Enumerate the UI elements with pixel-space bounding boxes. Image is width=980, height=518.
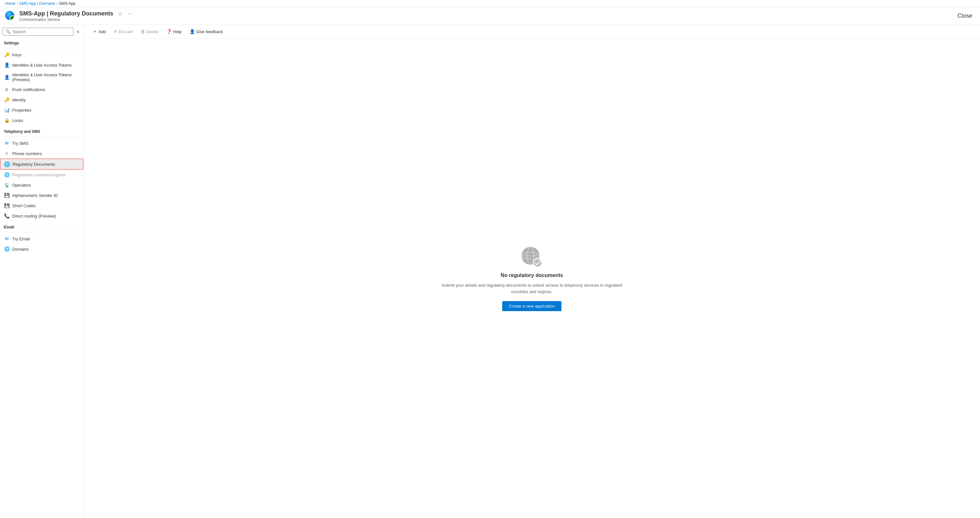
top-bar: SMS-App | Regulatory Documents ☆ ··· Com… [0,7,980,25]
breadcrumb: Home › SMS-App | Overview › SMS-App [0,0,980,7]
collapse-sidebar-button[interactable]: « [75,27,81,36]
add-icon: ＋ [93,29,97,35]
sidebar-item-regulatory-documents[interactable]: 🌐 Regulatory Documents [0,159,83,170]
help-button[interactable]: ❓ Help [164,28,185,35]
search-input[interactable] [13,29,70,34]
more-options-button[interactable]: ··· [127,10,134,17]
sidebar-item-try-sms[interactable]: ✉ Try SMS [0,138,83,148]
settings-section-label: Settings [0,37,83,47]
close-button[interactable]: Close [955,11,975,21]
try-sms-icon: ✉ [4,140,10,146]
operators-icon: 📡 [4,182,10,188]
sidebar-item-push-notifications[interactable]: 🖥 Push notifications [0,84,83,95]
search-box: 🔍 [3,28,73,36]
main-content: ＋ Add ✕ Discard 🗑 Delete ❓ Help 👤 Give f… [84,25,980,518]
favorite-button[interactable]: ☆ [116,10,124,17]
give-feedback-icon: 👤 [189,29,195,34]
sidebar-item-direct-routing[interactable]: 📞 Direct routing (Preview) [0,211,83,221]
sidebar-item-keys[interactable]: 🔑 Keys [0,49,83,60]
add-button[interactable]: ＋ Add [90,27,108,36]
alphanumeric-sender-id-icon: 💾 [4,192,10,198]
sidebar-item-domains[interactable]: 🌐 Domains [0,244,83,254]
sidebar-item-keys-label: Keys [12,52,22,57]
discard-button[interactable]: ✕ Discard [111,28,135,35]
sidebar-item-try-email-label: Try Email [12,237,30,241]
try-email-icon: ✉ [4,236,10,242]
registered-countries-icon: 🌐 [4,172,10,178]
identities-tokens-icon: 👤 [4,62,10,68]
toolbar: ＋ Add ✕ Discard 🗑 Delete ❓ Help 👤 Give f… [84,25,980,39]
sidebar-item-direct-routing-label: Direct routing (Preview) [12,214,56,218]
sidebar-item-properties[interactable]: 📊 Properties [0,105,83,115]
sidebar-item-alphanumeric-sender-id[interactable]: 💾 Alphanumeric Sender ID [0,190,83,200]
sidebar-item-phone-numbers[interactable]: # Phone numbers [0,148,83,159]
sidebar-item-short-codes[interactable]: 💾 Short Codes [0,200,83,211]
app-title: SMS-App | Regulatory Documents ☆ ··· [19,10,955,17]
sidebar-item-identity[interactable]: 🔑 Identity [0,95,83,105]
push-notifications-icon: 🖥 [4,87,10,92]
give-feedback-button[interactable]: 👤 Give feedback [187,28,226,35]
locks-icon: 🔒 [4,118,10,123]
search-icon: 🔍 [5,29,11,34]
direct-routing-icon: 📞 [4,213,10,219]
telephony-section-label: Telephony and SMS [0,126,83,135]
help-icon: ❓ [166,29,172,34]
content-area: No regulatory documents Submit your deta… [84,39,980,518]
breadcrumb-overview[interactable]: SMS-App | Overview [19,1,55,6]
sidebar-item-push-notifications-label: Push notifications [12,87,45,92]
discard-icon: ✕ [114,29,118,34]
svg-point-4 [533,259,542,267]
empty-state-description: Submit your details and regulatory docum… [435,282,628,295]
sidebar-item-try-email[interactable]: ✉ Try Email [0,234,83,244]
regulatory-docs-illustration [520,245,543,269]
identity-icon: 🔑 [4,97,10,103]
short-codes-icon: 💾 [4,203,10,208]
domains-icon: 🌐 [4,246,10,252]
sidebar-item-properties-label: Properties [12,108,31,113]
sidebar-item-locks[interactable]: 🔒 Locks [0,115,83,126]
breadcrumb-home[interactable]: Home [5,1,16,6]
sidebar-item-alphanumeric-sender-id-label: Alphanumeric Sender ID [12,193,58,198]
sidebar-item-phone-numbers-label: Phone numbers [12,151,42,156]
regulatory-documents-icon: 🌐 [4,161,10,167]
properties-icon: 📊 [4,107,10,113]
app-icon [5,11,16,21]
sidebar: 🔍 « Settings 🔑 Keys 👤 Identities & User … [0,25,84,518]
email-section-label: Email [0,221,83,231]
sidebar-item-identities-tokens-preview[interactable]: 👤 Identities & User Access Tokens (Previ… [0,70,83,84]
delete-button[interactable]: 🗑 Delete [138,28,161,35]
empty-state-icon [520,245,543,269]
app-title-block: SMS-App | Regulatory Documents ☆ ··· Com… [19,10,955,22]
empty-state: No regulatory documents Submit your deta… [435,245,628,311]
delete-icon: 🗑 [141,29,145,34]
sidebar-item-operators[interactable]: 📡 Operators [0,180,83,190]
create-application-button[interactable]: Create a new application [502,301,561,311]
app-subtitle: Communication Service [19,17,955,22]
sidebar-item-regulatory-documents-label: Regulatory Documents [13,162,55,167]
empty-state-title: No regulatory documents [501,273,563,278]
keys-icon: 🔑 [4,52,10,57]
identities-tokens-preview-icon: 👤 [4,74,10,80]
sidebar-item-identities-tokens-preview-label: Identities & User Access Tokens (Preview… [12,72,80,82]
sidebar-item-try-sms-label: Try SMS [12,141,28,146]
email-divider [4,232,80,232]
sidebar-item-domains-label: Domains [12,247,29,252]
sidebar-item-operators-label: Operators [12,183,31,187]
sidebar-item-registered-countries-label: Registered countries/regions [12,172,65,177]
settings-divider [4,48,80,48]
sidebar-item-short-codes-label: Short Codes [12,203,35,208]
sidebar-item-identities-tokens[interactable]: 👤 Identities & User Access Tokens [0,60,83,70]
sidebar-item-identity-label: Identity [12,97,26,102]
app-globe-icon [5,11,14,20]
sidebar-item-registered-countries: 🌐 Registered countries/regions [0,170,83,180]
phone-numbers-icon: # [4,151,10,156]
sidebar-item-locks-label: Locks [12,118,23,123]
breadcrumb-current: SMS-App [59,1,75,6]
sidebar-item-identities-tokens-label: Identities & User Access Tokens [12,63,72,68]
telephony-divider [4,137,80,137]
layout: 🔍 « Settings 🔑 Keys 👤 Identities & User … [0,25,980,518]
